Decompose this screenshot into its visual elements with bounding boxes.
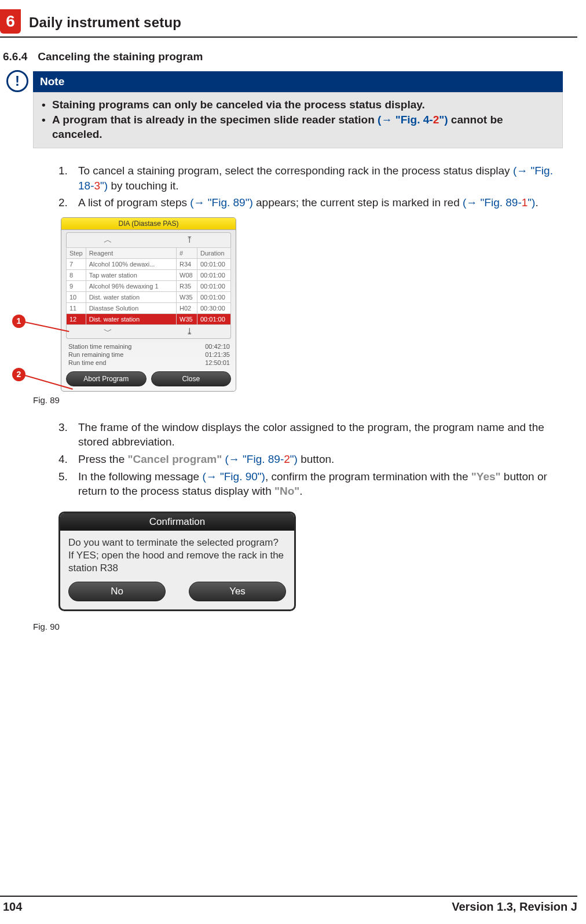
callout-badge-1: 1 bbox=[12, 315, 25, 328]
fig89-times: Station time remaining00:42:10 Run remai… bbox=[61, 339, 236, 369]
table-row[interactable]: 9Alcohol 96% dewaxing 1R3500:01:00 bbox=[67, 280, 231, 291]
page-header: 6 Daily instrument setup bbox=[0, 9, 577, 38]
section-number: 6.6.4 bbox=[3, 50, 27, 63]
th-step: Step bbox=[67, 247, 86, 258]
table-row[interactable]: 11Diastase SolutionH0200:30:00 bbox=[67, 302, 231, 313]
note-label: Note bbox=[40, 75, 64, 88]
abort-program-button[interactable]: Abort Program bbox=[66, 371, 146, 386]
list-item: To cancel a staining program, select the… bbox=[58, 163, 569, 193]
yes-button[interactable]: Yes bbox=[189, 582, 286, 601]
page-footer: 104 Version 1.3, Revision J bbox=[0, 896, 577, 914]
chapter-title: Daily instrument setup bbox=[29, 14, 181, 31]
list-item: In the following message (→ "Fig. 90"), … bbox=[58, 469, 569, 499]
table-row[interactable]: 7Alcohol 100% dewaxi...R3400:01:00 bbox=[67, 258, 231, 269]
no-button[interactable]: No bbox=[68, 582, 166, 601]
version-label: Version 1.3, Revision J bbox=[452, 900, 577, 914]
step-list-a: To cancel a staining program, select the… bbox=[58, 163, 569, 210]
fig90-title: Confirmation bbox=[60, 513, 294, 531]
section-title: Canceling the staining program bbox=[38, 50, 203, 63]
step-list-b: The frame of the window displays the col… bbox=[58, 420, 569, 499]
th-num: # bbox=[177, 247, 197, 258]
callout-badge-2: 2 bbox=[12, 368, 25, 381]
chevron-bottom-icon: ⤓ bbox=[186, 326, 193, 337]
th-reagent: Reagent bbox=[86, 247, 176, 258]
scroll-down-bar[interactable]: ﹀ ⤓ bbox=[66, 325, 231, 339]
chevron-down-icon: ﹀ bbox=[104, 326, 112, 337]
table-row[interactable]: 12Dist. water stationW3500:01:00 bbox=[67, 313, 231, 324]
section-heading: 6.6.4 Canceling the staining program bbox=[3, 50, 569, 63]
chevron-up-icon: ︿ bbox=[104, 235, 112, 246]
fig89-table: Step Reagent # Duration 7Alcohol 100% de… bbox=[66, 247, 231, 325]
fig90-caption: Fig. 90 bbox=[33, 622, 569, 631]
scroll-up-bar[interactable]: ︿ ⤒ bbox=[66, 232, 231, 247]
note-bullet: A program that is already in the specime… bbox=[42, 112, 554, 142]
note-bullet: Staining programs can only be canceled v… bbox=[42, 97, 554, 112]
fig89-title: DIA (Diastase PAS) bbox=[61, 218, 236, 230]
fig89-screenshot: DIA (Diastase PAS) ︿ ⤒ Step Reagent # Du… bbox=[61, 217, 236, 392]
table-row[interactable]: 8Tap water stationW0800:01:00 bbox=[67, 269, 231, 280]
chapter-badge: 6 bbox=[0, 9, 21, 34]
fig89-caption: Fig. 89 bbox=[33, 395, 569, 405]
list-item: The frame of the window displays the col… bbox=[58, 420, 569, 450]
svg-text:!: ! bbox=[15, 74, 20, 89]
page-number: 104 bbox=[3, 900, 22, 914]
chevron-top-icon: ⤒ bbox=[186, 235, 193, 246]
list-item: Press the "Cancel program" (→ "Fig. 89-2… bbox=[58, 452, 569, 467]
fig90-dialog: Confirmation Do you want to terminate th… bbox=[58, 512, 296, 611]
fig90-body: Do you want to terminate the selected pr… bbox=[60, 531, 294, 577]
note-box: ! Note Staining programs can only be can… bbox=[33, 71, 563, 148]
th-duration: Duration bbox=[197, 247, 231, 258]
close-button[interactable]: Close bbox=[151, 371, 232, 386]
info-icon: ! bbox=[6, 70, 28, 92]
table-row[interactable]: 10Dist. water stationW3500:01:00 bbox=[67, 291, 231, 302]
list-item: A list of program steps (→ "Fig. 89") ap… bbox=[58, 195, 569, 210]
